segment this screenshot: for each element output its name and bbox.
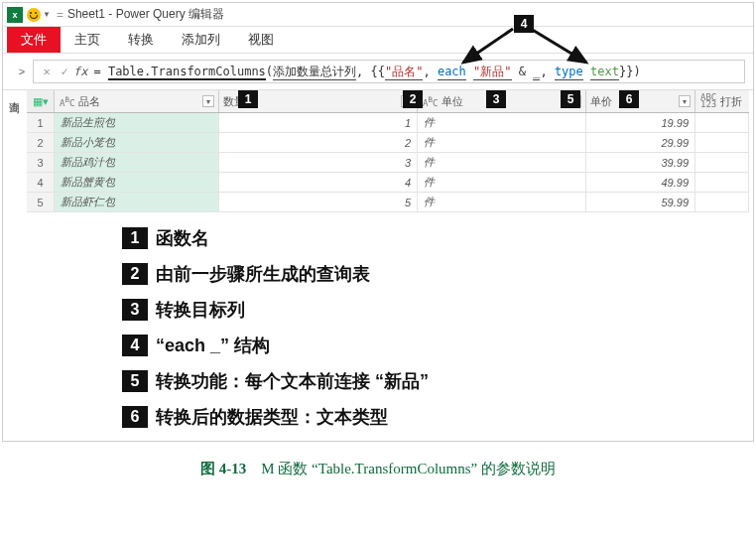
formula-concat-str: "新品" xyxy=(473,65,511,80)
expand-queries-button[interactable]: > xyxy=(11,66,33,77)
table-row[interactable]: 4新品蟹黄包4件49.99 xyxy=(27,173,749,193)
cell-price[interactable]: 19.99 xyxy=(586,113,695,132)
cell-discount[interactable] xyxy=(695,193,749,211)
cell-qty[interactable]: 1 xyxy=(219,113,418,132)
column-header-discount[interactable]: ABC123 打折 xyxy=(695,90,749,112)
row-number: 5 xyxy=(27,193,55,211)
cell-name[interactable]: 新品生煎包 xyxy=(55,113,219,132)
legend-badge: 1 xyxy=(122,227,148,249)
title-bar: x ▼ = Sheet1 - Power Query 编辑器 xyxy=(3,3,753,27)
legend-item: 1函数名 xyxy=(122,226,753,250)
cell-discount[interactable] xyxy=(695,133,749,152)
legend-item: 4“each _” 结构 xyxy=(122,334,753,357)
table-row[interactable]: 5新品虾仁包5件59.99 xyxy=(27,193,749,212)
power-query-window: x ▼ = Sheet1 - Power Query 编辑器 文件 主页 转换 … xyxy=(2,2,754,442)
excel-icon: x xyxy=(7,7,23,23)
qat-separator: = xyxy=(57,8,63,22)
table-row[interactable]: 1新品生煎包1件19.99 xyxy=(27,113,749,133)
cell-qty[interactable]: 2 xyxy=(219,133,418,152)
ribbon-tabs: 文件 主页 转换 添加列 视图 xyxy=(3,27,753,53)
any-type-icon: ABC123 xyxy=(699,93,717,109)
tab-home[interactable]: 主页 xyxy=(61,27,114,53)
cell-qty[interactable]: 3 xyxy=(219,153,418,172)
callout-legend: 1函数名2由前一步骤所生成的查询表3转换目标列4“each _” 结构5转换功能… xyxy=(122,226,753,429)
filter-dropdown-icon[interactable]: ▾ xyxy=(679,95,691,107)
row-number: 4 xyxy=(27,173,55,192)
legend-badge: 6 xyxy=(122,406,148,428)
formula-bar-row: > ✕ ✓ fx = Table.TransformColumns(添加数量总计… xyxy=(3,53,753,90)
text-type-icon: ABC xyxy=(422,94,439,109)
tab-view[interactable]: 视图 xyxy=(234,27,288,53)
legend-badge: 4 xyxy=(122,335,148,356)
chevron-right-icon: > xyxy=(19,66,25,77)
formula-bar[interactable]: ✕ ✓ fx = Table.TransformColumns(添加数量总计列,… xyxy=(33,60,745,83)
cell-unit[interactable]: 件 xyxy=(418,173,586,192)
text-type-icon: ABC xyxy=(59,94,75,109)
legend-badge: 3 xyxy=(122,299,148,321)
formula-fn: Table.TransformColumns xyxy=(108,65,266,80)
filter-dropdown-icon[interactable]: ▾ xyxy=(202,95,214,107)
table-icon: ▦▾ xyxy=(33,95,49,108)
legend-text: 由前一步骤所生成的查询表 xyxy=(156,262,370,286)
callout-badge-6: 6 xyxy=(619,90,639,108)
data-grid: ▦▾ ABC 品名 ▾ 数量 ▾ ABC 单位 ▾ 单价 ▾ ABC123 xyxy=(27,90,749,212)
legend-text: “each _” 结构 xyxy=(156,334,270,357)
callout-badge-2: 2 xyxy=(403,90,423,108)
cell-discount[interactable] xyxy=(695,113,749,132)
table-icon-cell[interactable]: ▦▾ xyxy=(27,90,55,112)
cell-discount[interactable] xyxy=(695,173,749,192)
legend-badge: 2 xyxy=(122,263,148,285)
row-number: 1 xyxy=(27,113,55,132)
cell-unit[interactable]: 件 xyxy=(418,153,586,172)
legend-item: 5转换功能：每个文本前连接 “新品” xyxy=(122,369,753,393)
cell-qty[interactable]: 4 xyxy=(219,173,418,192)
callout-badge-1: 1 xyxy=(238,90,258,108)
cell-price[interactable]: 39.99 xyxy=(586,153,695,172)
row-number: 2 xyxy=(27,133,55,152)
cell-name[interactable]: 新品鸡汁包 xyxy=(55,153,219,172)
column-header-name[interactable]: ABC 品名 ▾ xyxy=(55,90,219,112)
formula-arg-table: 添加数量总计列 xyxy=(273,65,356,80)
column-header-price[interactable]: 单价 ▾ xyxy=(586,90,695,112)
cell-name[interactable]: 新品蟹黄包 xyxy=(55,173,219,192)
cell-name[interactable]: 新品小笼包 xyxy=(55,133,219,152)
cell-unit[interactable]: 件 xyxy=(418,193,586,211)
legend-badge: 5 xyxy=(122,370,148,392)
table-row[interactable]: 3新品鸡汁包3件39.99 xyxy=(27,153,749,173)
table-row[interactable]: 2新品小笼包2件29.99 xyxy=(27,133,749,153)
grid-header: ▦▾ ABC 品名 ▾ 数量 ▾ ABC 单位 ▾ 单价 ▾ ABC123 xyxy=(27,90,749,113)
cell-name[interactable]: 新品虾仁包 xyxy=(55,193,219,211)
figure-caption: 图 4-13 M 函数 “Table.TransformColumns” 的参数… xyxy=(0,460,756,478)
accept-formula-icon[interactable]: ✓ xyxy=(56,65,73,78)
legend-text: 转换目标列 xyxy=(156,298,245,322)
formula-text[interactable]: = Table.TransformColumns(添加数量总计列, {{"品名"… xyxy=(93,64,640,80)
legend-item: 3转换目标列 xyxy=(122,298,753,322)
tab-transform[interactable]: 转换 xyxy=(114,27,168,53)
callout-badge-5: 5 xyxy=(561,90,580,108)
tab-addcolumn[interactable]: 添加列 xyxy=(168,27,234,53)
cell-price[interactable]: 29.99 xyxy=(586,133,695,152)
cell-price[interactable]: 59.99 xyxy=(586,193,695,211)
fx-icon[interactable]: fx xyxy=(73,65,87,78)
window-title: Sheet1 - Power Query 编辑器 xyxy=(67,6,224,23)
row-number: 3 xyxy=(27,153,55,172)
queries-pane-label[interactable]: 查询 xyxy=(4,82,22,96)
formula-each-kw: each xyxy=(438,65,466,80)
smiley-icon[interactable] xyxy=(27,8,41,22)
formula-arg-column: "品名" xyxy=(385,65,423,80)
tab-file[interactable]: 文件 xyxy=(7,27,61,53)
qat-dropdown-icon[interactable]: ▼ xyxy=(43,10,51,19)
callout-badge-4: 4 xyxy=(514,15,534,33)
legend-text: 函数名 xyxy=(156,226,209,250)
cell-price[interactable]: 49.99 xyxy=(586,173,695,192)
legend-item: 6转换后的数据类型：文本类型 xyxy=(122,405,753,429)
cancel-formula-icon[interactable]: ✕ xyxy=(38,65,56,78)
cell-unit[interactable]: 件 xyxy=(418,133,586,152)
legend-item: 2由前一步骤所生成的查询表 xyxy=(122,262,753,286)
cell-unit[interactable]: 件 xyxy=(418,113,586,132)
legend-text: 转换功能：每个文本前连接 “新品” xyxy=(156,369,429,393)
callout-badge-3: 3 xyxy=(486,90,506,108)
cell-qty[interactable]: 5 xyxy=(219,193,418,211)
cell-discount[interactable] xyxy=(695,153,749,172)
legend-text: 转换后的数据类型：文本类型 xyxy=(156,405,388,429)
